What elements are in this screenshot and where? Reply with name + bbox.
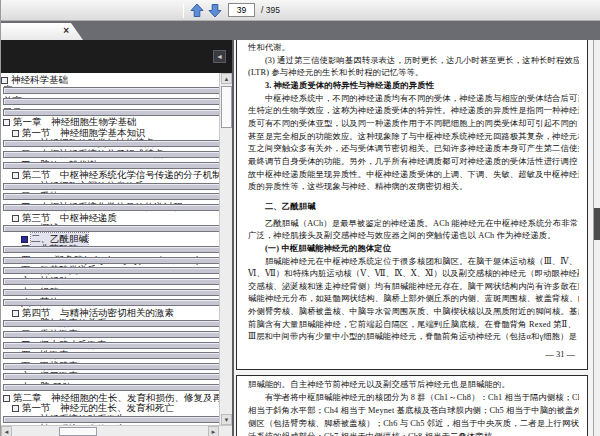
toc-item-icon [3,342,219,349]
text-line: 侧区（包括臂旁核、脚桥被盖核）；Ch6 与 Ch5 邻近，相当于中央灰质，二者是… [248,417,579,430]
toc-item-icon [3,183,219,190]
scroll-down-icon[interactable]: ▼ [221,414,232,425]
toc-sidebar: ◄ 神经科学基础 序 [1,40,234,436]
toc-item-icon [12,130,19,137]
text-line: 前脑含有大量胆碱能神经，它前端起自隔区，尾端到丘脑底核。在脊髓背角 Rexed … [248,319,579,332]
toc-item-icon [3,373,219,380]
toc-item-icon [3,98,219,105]
next-page-button[interactable] [206,2,224,19]
collapse-arrow-icon: ◄ [216,53,223,60]
toc-item-icon [1,77,8,84]
reader-window: / 395 × ◄ 神经科学基础 [0,0,600,436]
previous-page-button[interactable] [188,2,206,19]
text-line: 生特定的生物学效应，这称为神经递质受体的特异性。神经递质的异质性是指同一种神经递 [248,105,579,118]
toc-item-icon [3,278,219,285]
document-scroll-thumb[interactable] [594,208,600,240]
text-line: 性和代谢。 [248,42,579,55]
document-page-31: 性和代谢。 (3) 通过第三信使影响基因转录表达，历时更长，达几小时甚至更长，这… [236,40,588,370]
toc-vertical-scrollbar[interactable]: ▲ ▼ [219,73,232,425]
tab-bar: × [1,21,600,40]
toc-item-icon [3,320,219,327]
toolbar-separator [183,3,184,18]
arrow-down-icon [207,3,223,18]
text-line: 质可有不同的受体亚型，以及同一种递质作用于不同靶细胞上的同类受体却可引起不同的， [248,118,579,131]
text-line: 乙酰胆碱（ACh）是最早被鉴定的神经递质。ACh 能神经元在中枢神经系统分布非常 [248,218,579,231]
document-page-32: 胆碱能的。自主神经节前神经元以及副交感节后神经元也是胆碱能的。 有学者将中枢胆碱… [236,375,588,436]
toc-item[interactable]: 序 [1,86,219,97]
sidebar-header: ◄ [1,40,232,73]
text-line: (LTR) 参与神经元的生长和长时程的记忆等等。 [248,67,579,80]
toc-item-icon [21,236,28,243]
toc-tree: 神经科学基础 序 前言 [1,75,219,425]
page-number-label: — 31 — [248,349,579,359]
text-line: 胆碱能的。自主神经节前神经元以及副交感节后神经元也是胆碱能的。 [248,378,579,391]
toc-item-icon [3,352,219,359]
text-line: 故中枢神经递质能呈现异质性。中枢神经递质受体的上调、下调、失敏、超敏及中枢神经递 [248,169,579,182]
scroll-up-icon[interactable]: ▲ [221,73,232,84]
toc-item-icon [3,384,219,391]
toolbar: / 395 [1,0,600,21]
main-area: ◄ 神经科学基础 序 [1,40,600,436]
toc-item-icon [3,257,219,264]
page-total-label: / 395 [261,5,280,15]
toc-item-icon [12,215,19,222]
document-scrollbar[interactable] [593,40,600,436]
collapse-sidebar-button[interactable]: ◄ [213,50,226,63]
toc-item-label: 神经科学基础 [11,75,68,87]
vertical-scroll-thumb[interactable] [221,86,232,128]
text-line: 活系统的组成部分；Ch7 相当于中侧缰核；Ch8 相当于二叠体旁核 [248,430,579,436]
toc-item-icon [3,225,219,232]
toc-item-icon [3,267,219,274]
toc-item-icon [3,151,219,158]
toc-item-icon [3,395,10,402]
toc-item-icon [3,289,219,296]
toc-item-icon [3,140,219,147]
toc-item-icon [3,204,219,211]
text-line: 二、乙酰胆碱 [248,201,579,214]
toc-item-icon [3,416,219,423]
toc-item-icon [3,246,219,253]
toc-item[interactable]: 神经科学基础 [1,75,219,86]
text-line: 外侧臂旁核、脑桥被盖核、中脑导水管周围灰质、中脑楔状核以及黑质附近的脚间核。基底 [248,306,579,319]
page-32-text: 胆碱能的。自主神经节前神经元以及副交感节后神经元也是胆碱能的。 有学者将中枢胆碱… [248,378,579,436]
close-icon[interactable]: × [63,25,69,37]
text-line: 中枢神经系统中，不同的神经递质均有不同的受体，神经递质与相应的受体结合后可产 [248,93,579,106]
toc-item-icon [3,162,219,169]
text-line: 甚至是完全相反的功能效应。这种现象除了与中枢神经系统神经元回路极其复杂，神经元相 [248,131,579,144]
text-line: Ⅲ层和中间带内有少量中小型的胆碱能神经元，脊髓前角运动神经元（包括α和γ细胞）是 [248,331,579,344]
scroll-right-icon[interactable]: ► [208,426,219,436]
toc-item[interactable]: 前言 [1,96,219,107]
text-line: Ⅵ、Ⅶ）和特殊内脏运动核（Ⅴ、Ⅶ、Ⅸ、Ⅹ、Ⅺ）以及副交感核的神经元（即动眼神经副 [248,268,579,281]
toc-item-icon [3,119,10,126]
arrow-up-icon [189,3,205,18]
text-line: 互之间突触众多有关外，还与受体调节密切相关。已知许多神经递质本身可产生第二信使并 [248,143,579,156]
text-line: 碱能神经元分布，如延髓网状结构、脑桥上部外侧丘系的内侧、蓝斑周围核、被盖背核、内 [248,293,579,306]
text-line: 3. 神经递质受体的特异性与神经递质的异质性 [248,80,579,93]
text-line: 交感核、泌涎核和迷走神经背侧）均有胆碱能神经元存在。脑干网状结构内尚有许多散在胆 [248,281,579,294]
toc-horizontal-scrollbar[interactable]: ◄ ► [1,425,232,436]
text-line: 有学者将中枢胆碱能神经元的核团分为 8 群（Ch1～Ch8）：Ch1 相当于隔内… [248,391,579,404]
document-tab[interactable]: × [1,23,83,40]
page-number-input[interactable] [228,3,255,17]
text-line: 质的异质性等，这些现象与神经、精神病的发病密切相关。 [248,181,579,194]
text-line: (一) 中枢胆碱能神经元的胞体定位 [248,243,579,256]
toc-item-icon [12,405,19,412]
text-line: 最终调节自身受体的功能。另外，几乎所有神经调质都可对神经递质的受体活性进行调控， [248,156,579,169]
toc-item-icon [12,172,19,179]
scroll-left-icon[interactable]: ◄ [1,426,12,436]
toc-item-icon [3,193,219,200]
toc-item-icon [3,87,219,94]
toc-item-icon [12,310,19,317]
document-view: 性和代谢。 (3) 通过第三信使影响基因转录表达，历时更长，达几小时甚至更长，这… [234,40,600,436]
toc-item-icon [3,299,219,306]
toc-item-icon [3,331,219,338]
toc-tree-container: 神经科学基础 序 前言 [1,73,232,436]
text-line: 广泛，神经肌接头及副交感神经与效应器之间的突触传递也以 ACh 作为神经递质。 [248,230,579,243]
text-line: (3) 通过第三信使影响基因转录表达，历时更长，达几小时甚至更长，这种长时程效应 [248,55,579,68]
horizontal-scroll-thumb[interactable] [59,427,97,436]
toc-item-icon [3,363,219,370]
toc-item-icon [3,109,219,116]
text-line: 胆碱能神经元在中枢神经系统定位于很多核团和脑区。在脑干躯体运动核（Ⅲ、Ⅳ、 [248,256,579,269]
text-line: 相当于斜角水平部；Ch4 相当于 Meynet 基底核及苍白球膜内侧；Ch5 相… [248,404,579,417]
page-31-text: 性和代谢。 (3) 通过第三信使影响基因转录表达，历时更长，达几小时甚至更长，这… [248,42,579,344]
